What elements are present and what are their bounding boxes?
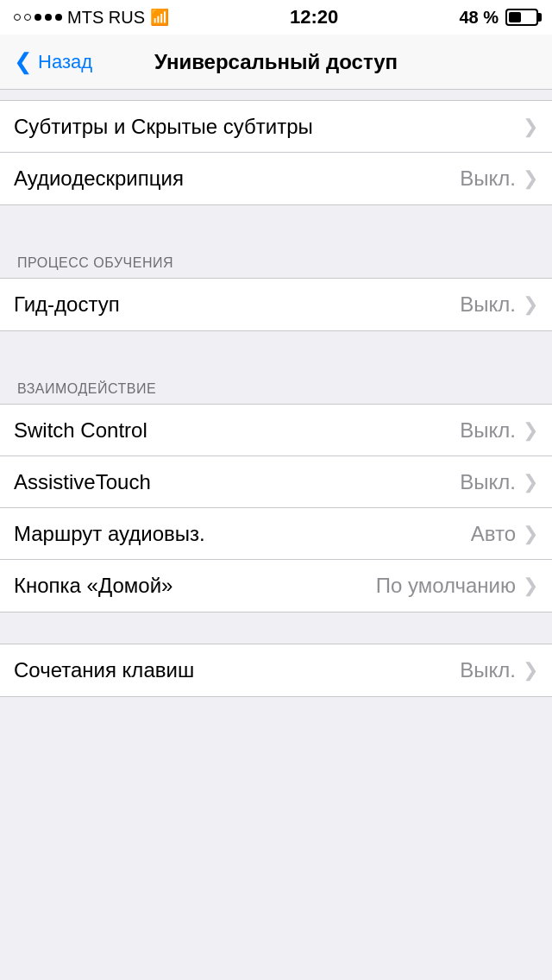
chevron-assistive-touch-icon: ❯: [523, 471, 538, 493]
guided-access-label: Гид-доступ: [14, 292, 460, 317]
back-label: Назад: [38, 51, 92, 73]
page-title: Универсальный доступ: [154, 50, 398, 74]
dot4: [45, 14, 52, 21]
list-item-switch-control[interactable]: Switch Control Выкл. ❯: [0, 405, 552, 456]
nav-bar: ❮ Назад Универсальный доступ: [0, 35, 552, 90]
status-right: 48 %: [459, 8, 538, 28]
battery-percent: 48 %: [459, 8, 499, 28]
spacer-bottom: [0, 697, 552, 766]
status-bar: MTS RUS 📶 12:20 48 %: [0, 0, 552, 35]
chevron-switch-control-icon: ❯: [523, 419, 538, 442]
signal-dots: [14, 14, 62, 21]
list-item-home-button[interactable]: Кнопка «Домой» По умолчанию ❯: [0, 560, 552, 612]
audio-routing-value: Авто: [471, 522, 516, 546]
section-keyboard: Сочетания клавиш Выкл. ❯: [0, 644, 552, 697]
interaction-header: ВЗАИМОДЕЙСТВИЕ: [0, 362, 552, 404]
keyboard-shortcuts-value: Выкл.: [460, 658, 516, 682]
spacer-top: [0, 90, 552, 100]
spacer-interaction: [0, 331, 552, 362]
section-interaction: ВЗАИМОДЕЙСТВИЕ Switch Control Выкл. ❯ As…: [0, 362, 552, 612]
learning-header: ПРОЦЕСС ОБУЧЕНИЯ: [0, 236, 552, 278]
carrier-label: MTS RUS: [67, 8, 145, 28]
interaction-list: Switch Control Выкл. ❯ AssistiveTouch Вы…: [0, 404, 552, 612]
assistive-touch-label: AssistiveTouch: [14, 470, 460, 494]
battery-fill: [509, 12, 521, 22]
guided-access-value: Выкл.: [460, 292, 516, 317]
chevron-audio-routing-icon: ❯: [523, 523, 538, 545]
audiodescription-value: Выкл.: [460, 166, 516, 191]
back-chevron-icon: ❮: [14, 48, 33, 75]
chevron-keyboard-shortcuts-icon: ❯: [523, 659, 538, 682]
home-button-label: Кнопка «Домой»: [14, 574, 376, 598]
keyboard-list: Сочетания клавиш Выкл. ❯: [0, 644, 552, 697]
dot1: [14, 14, 21, 21]
wifi-icon: 📶: [150, 8, 169, 27]
dot3: [34, 14, 41, 21]
audio-routing-label: Маршрут аудиовыз.: [14, 522, 471, 546]
assistive-touch-value: Выкл.: [460, 470, 516, 494]
chevron-home-button-icon: ❯: [523, 575, 538, 597]
status-time: 12:20: [290, 6, 338, 28]
list-item-audio-routing[interactable]: Маршрут аудиовыз. Авто ❯: [0, 508, 552, 560]
status-left: MTS RUS 📶: [14, 8, 169, 28]
chevron-guided-access-icon: ❯: [523, 293, 538, 316]
audiodescription-label: Аудиодескрипция: [14, 166, 460, 191]
switch-control-value: Выкл.: [460, 418, 516, 443]
list-item-subtitles[interactable]: Субтитры и Скрытые субтитры ❯: [0, 101, 552, 153]
list-item-guided-access[interactable]: Гид-доступ Выкл. ❯: [0, 279, 552, 330]
home-button-value: По умолчанию: [376, 574, 516, 598]
dot2: [24, 14, 31, 21]
dot5: [55, 14, 62, 21]
back-button[interactable]: ❮ Назад: [14, 48, 92, 75]
spacer-learning: [0, 205, 552, 236]
chevron-audiodescription-icon: ❯: [523, 167, 538, 190]
list-item-keyboard-shortcuts[interactable]: Сочетания клавиш Выкл. ❯: [0, 644, 552, 696]
section-learning: ПРОЦЕСС ОБУЧЕНИЯ Гид-доступ Выкл. ❯: [0, 236, 552, 331]
spacer-keyboard: [0, 612, 552, 644]
chevron-subtitles-icon: ❯: [523, 116, 538, 138]
learning-list: Гид-доступ Выкл. ❯: [0, 278, 552, 331]
media-list: Субтитры и Скрытые субтитры ❯ Аудиодескр…: [0, 100, 552, 205]
keyboard-shortcuts-label: Сочетания клавиш: [14, 658, 460, 682]
subtitles-label: Субтитры и Скрытые субтитры: [14, 115, 523, 139]
list-item-audiodescription[interactable]: Аудиодескрипция Выкл. ❯: [0, 153, 552, 204]
section-media: Субтитры и Скрытые субтитры ❯ Аудиодескр…: [0, 100, 552, 205]
switch-control-label: Switch Control: [14, 418, 460, 443]
battery-icon: [505, 9, 538, 26]
list-item-assistive-touch[interactable]: AssistiveTouch Выкл. ❯: [0, 456, 552, 508]
